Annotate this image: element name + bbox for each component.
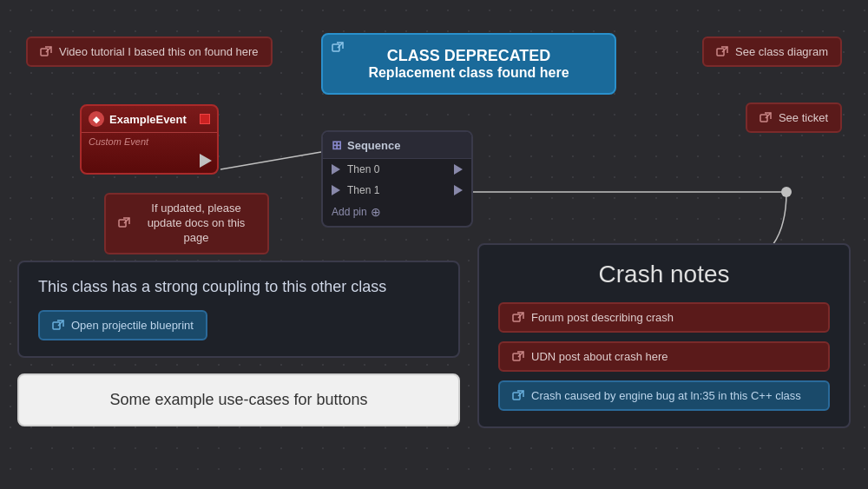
sequence-icon: ⊞ [332,138,342,152]
udn-post-label: UDN post about crash here [531,350,668,363]
class-deprecated-link-icon [332,42,344,54]
crash-notes-buttons: Forum post describing crash UDN post abo… [498,302,830,411]
see-class-diagram-label: See class diagram [735,45,828,58]
svg-line-18 [518,352,523,357]
video-tutorial-button[interactable]: Video tutorial I based this on found her… [26,36,273,67]
class-deprecated-subtitle: Replacement class found here [368,65,569,81]
udn-post-button[interactable]: UDN post about crash here [498,341,830,372]
update-docs-button[interactable]: If updated, please update docs on this p… [104,193,269,254]
external-link-icon [760,112,772,124]
forum-post-button[interactable]: Forum post describing crash [498,302,830,333]
example-event-stop-icon [200,114,210,124]
sequence-then0-row: Then 0 [323,159,471,180]
crash-notes-title: Crash notes [498,261,830,288]
svg-line-20 [518,391,523,396]
external-link-icon [52,320,64,332]
use-cases-box: Some example use-cases for buttons [17,373,460,426]
see-ticket-button[interactable]: See ticket [746,102,842,133]
svg-line-10 [766,113,771,118]
external-link-icon [716,46,728,58]
coupling-text: This class has a strong coupling to this… [38,278,439,296]
external-link-icon [512,390,524,402]
sequence-then0-out-pin [454,164,463,175]
example-event-output-pin [200,154,212,168]
crash-bug-button[interactable]: Crash caused by engine bug at ln:35 in t… [498,380,830,411]
svg-line-6 [338,43,343,48]
example-event-icon: ◆ [89,111,104,127]
external-link-icon [118,217,130,229]
sequence-then0-in-pin [332,164,340,175]
update-docs-label: If updated, please update docs on this p… [137,202,255,246]
svg-point-2 [781,187,792,197]
sequence-node[interactable]: ⊞ Sequence Then 0 Then 1 Add pin ⊕ [321,130,473,228]
svg-line-16 [518,313,523,318]
sequence-then0-label: Then 0 [347,163,379,175]
svg-line-4 [46,47,51,52]
see-class-diagram-button[interactable]: See class diagram [702,36,842,67]
forum-post-label: Forum post describing crash [531,311,674,324]
open-projectile-label: Open projectile blueprint [71,319,194,332]
class-deprecated-title: CLASS DEPRECATED [387,47,551,65]
example-event-title: ExampleEvent [109,113,187,126]
example-event-node[interactable]: ◆ ExampleEvent Custom Event [80,104,219,175]
video-tutorial-label: Video tutorial I based this on found her… [59,45,259,58]
class-deprecated-banner[interactable]: CLASS DEPRECATED Replacement class found… [321,33,616,95]
open-projectile-button[interactable]: Open projectile blueprint [38,310,207,340]
external-link-icon [512,312,524,324]
see-ticket-label: See ticket [779,111,828,124]
svg-line-8 [722,47,727,52]
svg-line-0 [220,152,321,169]
coupling-box: This class has a strong coupling to this… [17,261,460,358]
external-link-icon [512,351,524,363]
sequence-title: Sequence [347,139,400,152]
example-event-subtitle: Custom Event [82,133,217,154]
sequence-add-pin-icon: ⊕ [371,205,381,219]
crash-notes-box: Crash notes Forum post describing crash [477,243,851,428]
svg-line-14 [58,320,63,326]
sequence-then1-in-pin [332,185,340,195]
use-cases-text: Some example use-cases for buttons [109,391,367,409]
sequence-then1-label: Then 1 [347,184,379,196]
sequence-then1-out-pin [454,185,463,195]
crash-bug-label: Crash caused by engine bug at ln:35 in t… [531,389,801,402]
sequence-then1-row: Then 1 [323,180,471,201]
svg-line-12 [124,218,129,223]
sequence-add-pin-button[interactable]: Add pin ⊕ [323,201,471,226]
external-link-icon [40,46,52,58]
sequence-add-pin-label: Add pin [332,206,367,218]
